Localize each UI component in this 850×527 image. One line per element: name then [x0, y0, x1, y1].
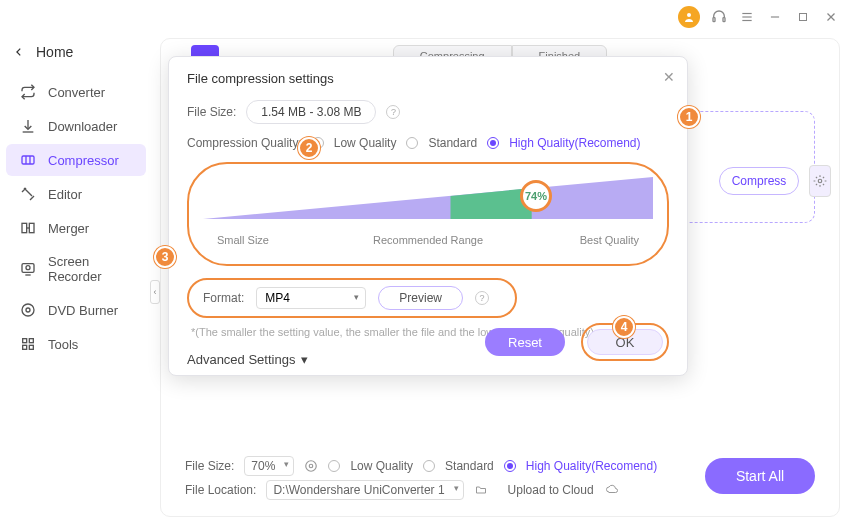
- help-icon[interactable]: ?: [386, 105, 400, 119]
- sidebar: Home ConverterDownloaderCompressorEditor…: [0, 34, 152, 527]
- back-label: Home: [36, 44, 73, 60]
- sidebar-item-label: Screen Recorder: [48, 254, 132, 284]
- svg-rect-24: [23, 345, 27, 349]
- step-badge-4: 4: [613, 316, 635, 338]
- download-icon: [20, 118, 36, 134]
- radio-standard[interactable]: [423, 460, 435, 472]
- slider-handle[interactable]: 74%: [520, 180, 552, 212]
- modal-radio-high-label: High Quality(Recomend): [509, 136, 640, 150]
- close-icon[interactable]: ✕: [663, 69, 675, 85]
- chevron-down-icon: ▾: [301, 352, 308, 367]
- svg-rect-14: [22, 223, 27, 232]
- sidebar-item-merger[interactable]: Merger: [6, 212, 146, 244]
- compressor-icon: [20, 152, 36, 168]
- svg-point-27: [310, 464, 314, 468]
- screen-recorder-icon: [20, 261, 36, 277]
- merger-icon: [20, 220, 36, 236]
- compress-button[interactable]: Compress: [719, 167, 799, 195]
- modal-radio-low-label: Low Quality: [334, 136, 397, 150]
- sidebar-item-downloader[interactable]: Downloader: [6, 110, 146, 142]
- minimize-icon[interactable]: [766, 8, 784, 26]
- sidebar-item-label: Compressor: [48, 153, 119, 168]
- step-badge-2: 2: [298, 137, 320, 159]
- converter-icon: [20, 84, 36, 100]
- format-label: Format:: [203, 291, 244, 305]
- slider-label-small: Small Size: [217, 234, 269, 246]
- file-size-label: File Size:: [185, 459, 234, 473]
- help-icon[interactable]: ?: [475, 291, 489, 305]
- sidebar-item-label: Merger: [48, 221, 89, 236]
- svg-point-28: [306, 461, 317, 472]
- preview-button[interactable]: Preview: [378, 286, 463, 310]
- upload-label: Upload to Cloud: [508, 483, 594, 497]
- file-size-input[interactable]: 1.54 MB - 3.08 MB: [246, 100, 376, 124]
- slider-value: 74%: [525, 190, 547, 202]
- svg-rect-23: [29, 339, 33, 343]
- folder-icon[interactable]: [474, 484, 488, 496]
- step-badge-3: 3: [154, 246, 176, 268]
- svg-point-0: [687, 13, 691, 17]
- svg-marker-29: [203, 177, 653, 219]
- menu-icon[interactable]: [738, 8, 756, 26]
- modal-radio-high[interactable]: [487, 137, 499, 149]
- format-row: Format: MP4 Preview ?: [187, 278, 517, 318]
- sidebar-item-dvd-burner[interactable]: DVD Burner: [6, 294, 146, 326]
- svg-rect-2: [723, 18, 725, 22]
- sidebar-item-compressor[interactable]: Compressor: [6, 144, 146, 176]
- quality-slider[interactable]: 74%: [203, 174, 653, 232]
- svg-point-18: [26, 266, 30, 270]
- svg-rect-1: [713, 18, 715, 22]
- chevron-left-icon: [14, 47, 24, 57]
- cloud-icon[interactable]: [604, 484, 620, 496]
- dvd-burner-icon: [20, 302, 36, 318]
- svg-rect-15: [29, 223, 34, 232]
- reset-button[interactable]: Reset: [485, 328, 565, 356]
- radio-high[interactable]: [504, 460, 516, 472]
- modal-radio-standard-label: Standard: [428, 136, 477, 150]
- sidebar-item-screen-recorder[interactable]: Screen Recorder: [6, 246, 146, 292]
- location-label: File Location:: [185, 483, 256, 497]
- start-all-button[interactable]: Start All: [705, 458, 815, 494]
- svg-point-21: [26, 308, 30, 312]
- sidebar-item-converter[interactable]: Converter: [6, 76, 146, 108]
- sidebar-item-tools[interactable]: Tools: [6, 328, 146, 360]
- settings-icon[interactable]: [304, 459, 318, 473]
- close-icon[interactable]: [822, 8, 840, 26]
- advanced-label: Advanced Settings: [187, 352, 295, 367]
- radio-low-label: Low Quality: [350, 459, 413, 473]
- slider-label-mid: Recommended Range: [373, 234, 483, 246]
- radio-low[interactable]: [328, 460, 340, 472]
- svg-rect-25: [29, 345, 33, 349]
- location-select[interactable]: D:\Wondershare UniConverter 1: [266, 480, 463, 500]
- sidebar-item-label: Converter: [48, 85, 105, 100]
- headset-icon[interactable]: [710, 8, 728, 26]
- compression-settings-modal: ✕ File compression settings File Size: 1…: [168, 56, 688, 376]
- svg-point-26: [818, 179, 822, 183]
- maximize-icon[interactable]: [794, 8, 812, 26]
- sidebar-item-label: Downloader: [48, 119, 117, 134]
- sidebar-item-label: Tools: [48, 337, 78, 352]
- bottom-bar: File Size: 70% Low Quality Standard High…: [185, 454, 815, 508]
- quality-label: Compression Quality:: [187, 136, 302, 150]
- radio-high-label: High Quality(Recomend): [526, 459, 657, 473]
- svg-rect-11: [22, 156, 34, 164]
- svg-rect-22: [23, 339, 27, 343]
- sidebar-item-editor[interactable]: Editor: [6, 178, 146, 210]
- radio-standard-label: Standard: [445, 459, 494, 473]
- collapse-sidebar-icon[interactable]: ‹: [150, 280, 160, 304]
- quality-slider-container: 74% Small Size Recommended Range Best Qu…: [187, 162, 669, 266]
- sidebar-item-label: Editor: [48, 187, 82, 202]
- step-badge-1: 1: [678, 106, 700, 128]
- modal-radio-standard[interactable]: [406, 137, 418, 149]
- file-size-select[interactable]: 70%: [244, 456, 294, 476]
- slider-label-best: Best Quality: [580, 234, 639, 246]
- avatar-icon[interactable]: [678, 6, 700, 28]
- format-select[interactable]: MP4: [256, 287, 366, 309]
- sidebar-item-label: DVD Burner: [48, 303, 118, 318]
- editor-icon: [20, 186, 36, 202]
- settings-toggle-icon[interactable]: [809, 165, 831, 197]
- titlebar: [0, 0, 850, 34]
- svg-rect-17: [22, 264, 34, 273]
- modal-file-size-label: File Size:: [187, 105, 236, 119]
- back-home[interactable]: Home: [0, 40, 152, 74]
